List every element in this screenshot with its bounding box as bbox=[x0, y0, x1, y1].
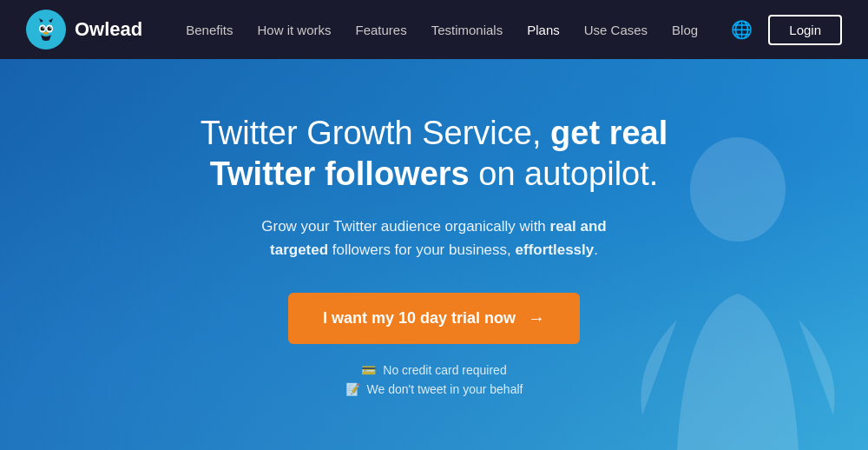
svg-point-7 bbox=[43, 32, 49, 35]
hero-title-bold: get realTwitter followers bbox=[210, 115, 668, 193]
nav-links: Benefits How it works Features Testimoni… bbox=[186, 23, 731, 37]
nav-use-cases[interactable]: Use Cases bbox=[584, 23, 648, 37]
hero-content: Twitter Growth Service, get realTwitter … bbox=[183, 113, 686, 396]
hero-notes: 💳 No credit card required 📝 We don't twe… bbox=[201, 363, 668, 396]
cta-area: I want my 10 day trial now → bbox=[201, 293, 668, 363]
hero-title: Twitter Growth Service, get realTwitter … bbox=[201, 113, 668, 195]
globe-icon[interactable]: 🌐 bbox=[731, 19, 753, 40]
logo-area[interactable]: Owlead bbox=[26, 10, 142, 50]
hero-subtitle: Grow your Twitter audience organically w… bbox=[201, 215, 668, 261]
hero-subtitle-bold2: effortlessly bbox=[516, 242, 595, 258]
hero-note-credit: 💳 No credit card required bbox=[361, 363, 506, 377]
nav-blog[interactable]: Blog bbox=[672, 23, 698, 37]
svg-point-4 bbox=[48, 27, 52, 31]
credit-card-icon: 💳 bbox=[361, 363, 376, 377]
hero-section: Twitter Growth Service, get realTwitter … bbox=[0, 59, 868, 450]
nav-how-it-works[interactable]: How it works bbox=[257, 23, 331, 37]
svg-point-5 bbox=[43, 27, 44, 29]
cta-button[interactable]: I want my 10 day trial now → bbox=[288, 293, 580, 344]
svg-point-3 bbox=[41, 27, 45, 31]
logo-text: Owlead bbox=[75, 18, 142, 41]
note-tweet-text: We don't tweet in your behalf bbox=[367, 382, 523, 396]
hero-title-part1: Twitter Growth Service, get realTwitter … bbox=[201, 115, 668, 193]
login-button[interactable]: Login bbox=[768, 15, 842, 45]
nav-benefits[interactable]: Benefits bbox=[186, 23, 233, 37]
svg-point-10 bbox=[690, 137, 786, 242]
cta-label: I want my 10 day trial now bbox=[323, 309, 516, 328]
nav-right: 🌐 Login bbox=[731, 15, 842, 45]
nav-testimonials[interactable]: Testimonials bbox=[431, 23, 503, 37]
cta-arrow: → bbox=[528, 308, 545, 328]
navbar: Owlead Benefits How it works Features Te… bbox=[0, 0, 868, 59]
nav-plans[interactable]: Plans bbox=[527, 23, 560, 37]
tweet-icon: 📝 bbox=[345, 382, 360, 396]
nav-features[interactable]: Features bbox=[355, 23, 406, 37]
logo-icon bbox=[26, 10, 66, 50]
note-credit-text: No credit card required bbox=[383, 363, 506, 377]
svg-point-6 bbox=[49, 27, 51, 29]
hero-note-tweet: 📝 We don't tweet in your behalf bbox=[345, 382, 523, 396]
